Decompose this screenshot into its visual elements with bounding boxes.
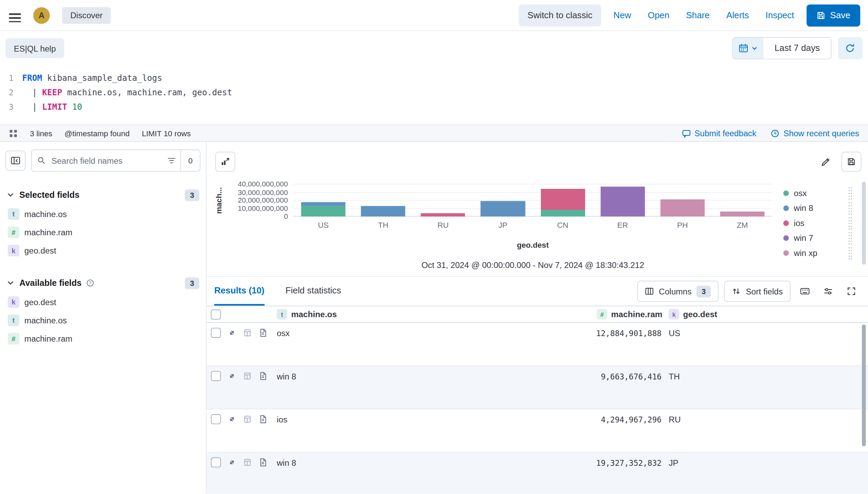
legend-drag-handle[interactable] bbox=[848, 216, 853, 230]
column-header-machine-os[interactable]: t machine.os bbox=[272, 309, 592, 320]
field-list-item[interactable]: kgeo.dest bbox=[0, 293, 206, 311]
switch-to-classic-button[interactable]: Switch to classic bbox=[519, 4, 601, 26]
legend-item[interactable]: win xp bbox=[783, 245, 853, 260]
row-checkbox[interactable] bbox=[211, 414, 221, 424]
nav-link-alerts[interactable]: Alerts bbox=[726, 10, 749, 20]
selected-fields-section: Selected fields 3 tmachine.os#machine.ra… bbox=[0, 185, 206, 260]
time-range-button[interactable]: Last 7 days bbox=[763, 37, 831, 58]
help-icon[interactable]: ? bbox=[87, 279, 95, 287]
save-button[interactable]: Save bbox=[806, 4, 860, 26]
bar-column-RU[interactable] bbox=[413, 184, 473, 216]
nav-link-new[interactable]: New bbox=[614, 10, 631, 20]
row-checkbox[interactable] bbox=[211, 328, 221, 338]
column-header-machine-ram[interactable]: # machine.ram bbox=[592, 309, 661, 320]
esql-help-button[interactable]: ES|QL help bbox=[6, 38, 64, 58]
bar-segment-win 8[interactable] bbox=[301, 202, 346, 206]
nav-link-open[interactable]: Open bbox=[648, 10, 670, 20]
space-avatar[interactable]: A bbox=[33, 7, 50, 23]
view-document-icon[interactable] bbox=[259, 415, 268, 424]
legend-drag-handle[interactable] bbox=[848, 201, 853, 215]
bar-segment-win xp[interactable] bbox=[660, 199, 705, 216]
save-visualization-button[interactable] bbox=[842, 152, 861, 172]
chart-scrollbar[interactable] bbox=[862, 182, 866, 265]
view-table-icon[interactable] bbox=[243, 415, 252, 424]
clock-icon bbox=[771, 129, 780, 138]
bar-column-JP[interactable] bbox=[473, 184, 533, 216]
field-list-item[interactable]: #machine.ram bbox=[0, 223, 206, 241]
row-checkbox[interactable] bbox=[211, 371, 221, 381]
expand-row-icon[interactable] bbox=[228, 415, 237, 424]
view-document-icon[interactable] bbox=[259, 458, 268, 467]
quick-select-date-button[interactable] bbox=[733, 37, 764, 58]
legend-drag-handle[interactable] bbox=[848, 186, 853, 200]
expand-row-icon[interactable] bbox=[228, 458, 237, 467]
legend-drag-handle[interactable] bbox=[848, 246, 853, 260]
bar-column-ZM[interactable] bbox=[712, 184, 772, 216]
refresh-query-button[interactable] bbox=[838, 37, 862, 59]
show-recent-queries-link[interactable]: Show recent queries bbox=[771, 128, 859, 138]
tab-results[interactable]: Results (10) bbox=[214, 277, 264, 306]
bar-column-US[interactable] bbox=[293, 184, 353, 216]
bar-segment-win 8[interactable] bbox=[481, 201, 525, 216]
field-list-item[interactable]: #machine.ram bbox=[0, 330, 206, 348]
row-checkbox[interactable] bbox=[211, 458, 221, 468]
edit-visualization-button[interactable] bbox=[817, 153, 835, 171]
sort-fields-button[interactable]: Sort fields bbox=[724, 281, 791, 302]
bar-segment-win xp[interactable] bbox=[720, 211, 764, 216]
x-axis-tick-label: PH bbox=[652, 221, 712, 229]
field-list-item[interactable]: kgeo.dest bbox=[0, 241, 206, 260]
field-list-item[interactable]: tmachine.os bbox=[0, 205, 206, 223]
submit-feedback-link[interactable]: Submit feedback bbox=[682, 128, 756, 138]
expand-row-icon[interactable] bbox=[228, 372, 237, 380]
legend-item[interactable]: ios bbox=[783, 215, 853, 230]
view-table-icon[interactable] bbox=[243, 372, 252, 380]
legend-item[interactable]: win 8 bbox=[783, 201, 853, 215]
field-type-icon: # bbox=[597, 309, 607, 320]
esql-editor[interactable]: 1 FROM kibana_sample_data_logs 2 | KEEP … bbox=[0, 65, 868, 125]
filter-icon[interactable] bbox=[167, 156, 176, 165]
bar-column-CN[interactable] bbox=[533, 184, 593, 216]
bar-segment-osx[interactable] bbox=[541, 210, 585, 216]
results-scrollbar[interactable] bbox=[862, 324, 866, 446]
bar-segment-win 8[interactable] bbox=[361, 206, 405, 216]
refresh-icon bbox=[845, 43, 855, 53]
chart-options-button[interactable] bbox=[215, 152, 235, 172]
bar-column-TH[interactable] bbox=[353, 184, 413, 216]
view-table-icon[interactable] bbox=[243, 458, 252, 467]
columns-button[interactable]: Columns 3 bbox=[637, 281, 719, 302]
timestamp-info: @timestamp found bbox=[64, 129, 129, 138]
fullscreen-button[interactable] bbox=[843, 282, 860, 300]
bar-segment-win 7[interactable] bbox=[600, 187, 645, 216]
bar-segment-ios[interactable] bbox=[421, 213, 465, 216]
column-header-geo-dest[interactable]: k geo.dest bbox=[669, 309, 868, 320]
tab-field-statistics[interactable]: Field statistics bbox=[285, 277, 341, 306]
legend-drag-handle[interactable] bbox=[848, 231, 853, 245]
legend-item[interactable]: win 7 bbox=[783, 230, 853, 245]
nav-link-inspect[interactable]: Inspect bbox=[766, 10, 794, 20]
nav-link-share[interactable]: Share bbox=[686, 10, 710, 20]
field-list-item[interactable]: tmachine.os bbox=[0, 311, 206, 330]
cell-machine-ram: 9,663,676,416 bbox=[592, 366, 661, 381]
selected-fields-header[interactable]: Selected fields 3 bbox=[0, 185, 206, 205]
bar-column-PH[interactable] bbox=[652, 184, 712, 216]
keyboard-shortcuts-button[interactable] bbox=[796, 282, 814, 300]
x-axis-tick-label: RU bbox=[413, 221, 473, 229]
display-options-button[interactable] bbox=[819, 282, 837, 300]
bar-column-ER[interactable] bbox=[593, 184, 652, 216]
available-fields-section: Available fields ? 3 kgeo.desttmachine.o… bbox=[0, 273, 206, 348]
view-document-icon[interactable] bbox=[259, 329, 268, 337]
breadcrumb[interactable]: Discover bbox=[62, 7, 111, 23]
available-fields-header[interactable]: Available fields ? 3 bbox=[0, 273, 206, 293]
view-document-icon[interactable] bbox=[259, 372, 268, 380]
bar-segment-osx[interactable] bbox=[301, 206, 346, 216]
super-date-picker: Last 7 days bbox=[733, 37, 832, 59]
main-menu-button[interactable] bbox=[9, 8, 21, 22]
field-search-input[interactable] bbox=[50, 155, 167, 166]
select-all-checkbox[interactable] bbox=[211, 309, 221, 319]
field-name: machine.os bbox=[24, 316, 67, 325]
bar-segment-ios[interactable] bbox=[541, 189, 585, 210]
collapse-fields-panel-button[interactable] bbox=[6, 151, 25, 171]
legend-item[interactable]: osx bbox=[783, 185, 853, 200]
view-table-icon[interactable] bbox=[243, 329, 252, 337]
expand-row-icon[interactable] bbox=[228, 329, 237, 337]
